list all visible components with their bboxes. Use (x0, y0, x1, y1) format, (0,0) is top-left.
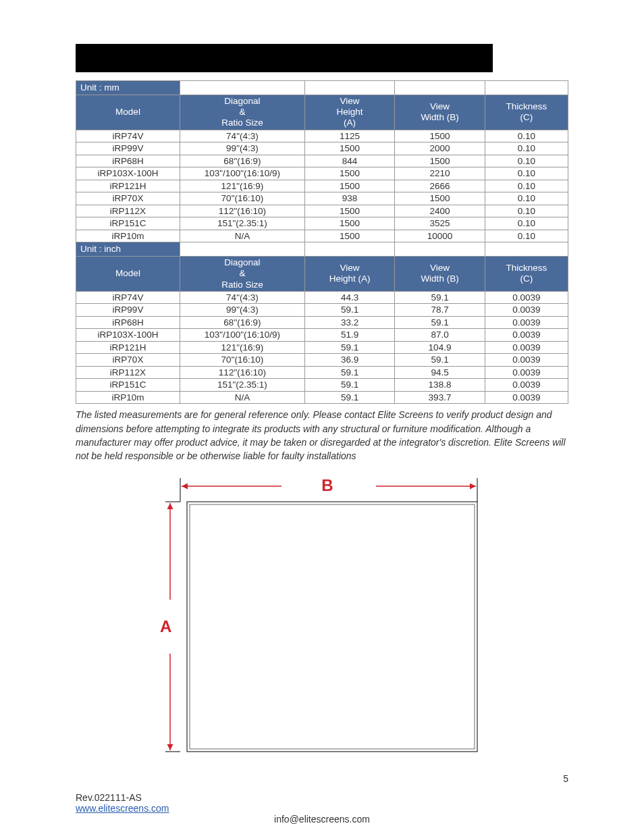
table-cell (180, 242, 305, 257)
table-row: iRP151C151"(2.35:1)59.1138.80.0039 (76, 379, 568, 392)
table-cell: iRP10m (76, 230, 180, 242)
table-cell: 1500 (304, 142, 394, 155)
table-cell: 59.1 (304, 366, 394, 379)
table-cell: 68"(16:9) (180, 155, 305, 167)
table-cell: iRP151C (76, 217, 180, 230)
table-row: iRP151C151"(2.35:1)150035250.10 (76, 217, 568, 230)
page-number: 5 (563, 773, 568, 784)
table-row: iRP112X112"(16:10)59.194.50.0039 (76, 366, 568, 379)
table-cell: ViewHeight(A) (304, 95, 394, 130)
table-cell: iRP74V (76, 291, 180, 304)
table-header-row: ModelDiagonal&Ratio SizeViewHeight(A)Vie… (76, 95, 568, 130)
table-cell: 151"(2.35:1) (180, 379, 305, 392)
table-cell (395, 81, 485, 95)
table-cell: 74"(4:3) (180, 291, 305, 304)
table-cell: 36.9 (304, 354, 394, 367)
unit-row: Unit : inch (76, 242, 568, 257)
footer-email: info@elitescreens.com (0, 814, 644, 825)
table-cell: 70"(16:10) (180, 192, 305, 205)
table-cell (395, 242, 485, 257)
table-cell: ViewHeight (A) (304, 257, 394, 292)
table-cell: Unit : inch (76, 242, 180, 257)
table-cell: 0.10 (485, 192, 568, 205)
table-cell: iRP70X (76, 354, 180, 367)
table-cell: 74"(4:3) (180, 130, 305, 142)
table-cell: N/A (180, 230, 305, 242)
table-cell (180, 81, 305, 95)
svg-rect-4 (187, 502, 477, 752)
table-row: iRP70X70"(16:10)93815000.10 (76, 192, 568, 205)
table-cell: iRP70X (76, 192, 180, 205)
table-cell: 103"/100"(16:10/9) (180, 167, 305, 180)
dimension-diagram: B A (160, 471, 484, 755)
table-cell: 68"(16:9) (180, 316, 305, 329)
table-cell: 59.1 (395, 291, 485, 304)
table-cell: 78.7 (395, 304, 485, 317)
table-row: iRP99V99"(4:3)59.178.70.0039 (76, 304, 568, 317)
table-cell: 33.2 (304, 316, 394, 329)
table-cell: 0.10 (485, 230, 568, 242)
table-cell (304, 242, 394, 257)
diagram-label-b: B (321, 476, 333, 494)
table-row: iRP74V74"(4:3)44.359.10.0039 (76, 291, 568, 304)
footer-link[interactable]: www.elitescreens.com (76, 803, 169, 814)
table-cell: Model (76, 95, 180, 130)
table-cell: 1500 (304, 205, 394, 217)
table-cell: 393.7 (395, 391, 485, 404)
table-cell: 1500 (304, 230, 394, 242)
table-cell: 0.0039 (485, 316, 568, 329)
redacted-heading (76, 44, 493, 72)
spec-table: Unit : mmModelDiagonal&Ratio SizeViewHei… (76, 80, 568, 404)
table-cell: 0.0039 (485, 391, 568, 404)
table-cell: 0.0039 (485, 379, 568, 392)
table-cell: iRP151C (76, 379, 180, 392)
table-cell: Thickness(C) (485, 95, 568, 130)
table-cell: 112"(16:10) (180, 205, 305, 217)
table-row: iRP68H68"(16:9)33.259.10.0039 (76, 316, 568, 329)
table-cell: 2210 (395, 167, 485, 180)
table-cell: 104.9 (395, 341, 485, 354)
table-cell: 2400 (395, 205, 485, 217)
table-cell: 0.0039 (485, 329, 568, 342)
table-cell: 0.10 (485, 217, 568, 230)
table-cell: 99"(4:3) (180, 304, 305, 317)
unit-row: Unit : mm (76, 81, 568, 95)
table-cell: 59.1 (395, 354, 485, 367)
table-cell: 59.1 (304, 341, 394, 354)
table-cell: 0.10 (485, 205, 568, 217)
table-row: iRP121H121"(16:9)59.1104.90.0039 (76, 341, 568, 354)
footer-left: Rev.022111-AS www.elitescreens.com (76, 792, 169, 814)
table-cell: 3525 (395, 217, 485, 230)
table-cell: 0.10 (485, 130, 568, 142)
table-cell (485, 81, 568, 95)
table-cell: 1500 (395, 130, 485, 142)
table-row: iRP74V74"(4:3)112515000.10 (76, 130, 568, 142)
table-row: iRP70X70"(16:10)36.959.10.0039 (76, 354, 568, 367)
table-row: iRP10mN/A59.1393.70.0039 (76, 391, 568, 404)
table-cell: 121"(16:9) (180, 341, 305, 354)
table-cell: 2666 (395, 180, 485, 192)
table-cell: 59.1 (304, 304, 394, 317)
table-row: iRP112X112"(16:10)150024000.10 (76, 205, 568, 217)
table-cell: iRP103X-100H (76, 167, 180, 180)
table-cell: 94.5 (395, 366, 485, 379)
table-cell: iRP103X-100H (76, 329, 180, 342)
table-cell: iRP74V (76, 130, 180, 142)
table-cell: 0.10 (485, 142, 568, 155)
table-cell: iRP121H (76, 341, 180, 354)
table-cell (304, 81, 394, 95)
revision-text: Rev.022111-AS (76, 792, 142, 803)
table-cell (485, 242, 568, 257)
table-cell: 1500 (395, 155, 485, 167)
table-cell: iRP121H (76, 180, 180, 192)
table-cell: iRP112X (76, 205, 180, 217)
table-cell: 59.1 (304, 379, 394, 392)
table-cell: 0.0039 (485, 366, 568, 379)
table-cell: N/A (180, 391, 305, 404)
table-row: iRP121H121"(16:9)150026660.10 (76, 180, 568, 192)
table-header-row: ModelDiagonal&Ratio SizeViewHeight (A)Vi… (76, 257, 568, 292)
table-cell: Thickness(C) (485, 257, 568, 292)
table-cell: 59.1 (395, 316, 485, 329)
table-cell: 0.10 (485, 167, 568, 180)
diagram-label-a: A (160, 617, 171, 635)
